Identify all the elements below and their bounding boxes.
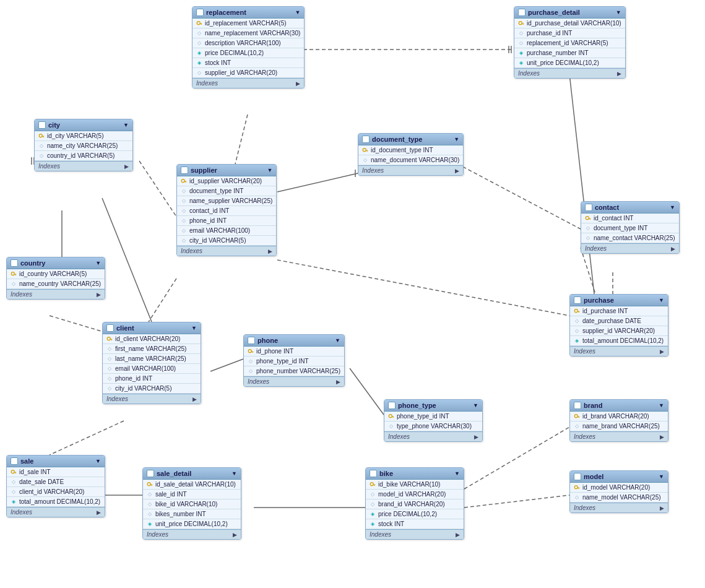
- indexes-row-phone_type[interactable]: Indexes ▶: [384, 431, 482, 441]
- indexes-row-sale[interactable]: Indexes ▶: [7, 507, 105, 517]
- table-chevron-phone_type[interactable]: ▼: [473, 402, 478, 409]
- svg-rect-30: [523, 24, 524, 24]
- table-row-phone_type-0: phone_type_id INT: [384, 412, 482, 422]
- table-header-phone_type[interactable]: phone_type ▼: [384, 400, 482, 412]
- table-header-model[interactable]: model ▼: [570, 471, 668, 483]
- table-chevron-city[interactable]: ▼: [123, 122, 129, 128]
- indexes-row-client[interactable]: Indexes ▶: [103, 394, 201, 404]
- table-header-bike[interactable]: bike ▼: [366, 468, 464, 480]
- indexes-row-purchase_detail[interactable]: Indexes ▶: [514, 68, 625, 78]
- table-row-phone-1: ◇ phone_type_id INT: [244, 357, 344, 366]
- table-row-supplier-3: ◇ contact_id INT: [177, 206, 276, 216]
- table-chevron-document_type[interactable]: ▼: [454, 136, 459, 142]
- table-chevron-client[interactable]: ▼: [191, 325, 197, 331]
- field-text-purchase-3: total_amount DECIMAL(10,2): [582, 337, 664, 344]
- table-icon-purchase_detail: [518, 9, 526, 16]
- indexes-row-purchase[interactable]: Indexes ▶: [570, 346, 668, 356]
- pk-icon: [248, 348, 254, 355]
- svg-rect-29: [522, 23, 524, 24]
- table-chevron-model[interactable]: ▼: [659, 473, 664, 480]
- field-text-phone_type-1: type_phone VARCHAR(30): [397, 423, 472, 430]
- field-text-bike-0: id_bike VARCHAR(10): [378, 481, 440, 488]
- indexes-row-phone[interactable]: Indexes ▶: [244, 376, 344, 386]
- field-text-contact-2: name_contact VARCHAR(25): [594, 235, 675, 241]
- table-name-client: client: [116, 324, 134, 332]
- table-header-purchase[interactable]: purchase ▼: [570, 295, 668, 306]
- indexes-row-sale_detail[interactable]: Indexes ▶: [143, 529, 241, 539]
- table-header-replacement[interactable]: replacement ▼: [192, 7, 304, 19]
- table-chevron-phone[interactable]: ▼: [335, 337, 340, 344]
- table-row-sale_detail-0: id_sale_detail VARCHAR(10): [143, 480, 241, 490]
- indexes-arrow-sale_detail: ▶: [233, 532, 237, 538]
- table-row-purchase_detail-1: ◇ purchase_id INT: [514, 28, 625, 38]
- table-header-contact[interactable]: contact ▼: [581, 202, 679, 214]
- teal-icon: ◈: [196, 60, 202, 66]
- indexes-row-document_type[interactable]: Indexes ▶: [358, 165, 463, 175]
- indexes-row-replacement[interactable]: Indexes ▶: [192, 78, 304, 88]
- table-chevron-replacement[interactable]: ▼: [295, 9, 300, 15]
- indexes-label-replacement: Indexes: [196, 80, 218, 87]
- indexes-row-supplier[interactable]: Indexes ▶: [177, 246, 276, 256]
- field-text-model-1: name_model VARCHAR(25): [582, 494, 661, 501]
- field-text-supplier-2: name_supplier VARCHAR(25): [189, 197, 272, 204]
- table-chevron-sale[interactable]: ▼: [95, 458, 101, 464]
- table-chevron-supplier[interactable]: ▼: [267, 167, 272, 173]
- table-supplier: supplier ▼ id_supplier VARCHAR(20) ◇ doc…: [176, 164, 277, 256]
- teal-icon: ◈: [370, 511, 376, 517]
- field-text-phone_type-0: phone_type_id INT: [397, 413, 449, 420]
- indexes-row-model[interactable]: Indexes ▶: [570, 503, 668, 512]
- table-header-brand[interactable]: brand ▼: [570, 400, 668, 412]
- fk-icon: ◇: [147, 501, 153, 508]
- svg-rect-72: [374, 485, 375, 485]
- indexes-label-phone_type: Indexes: [388, 433, 410, 440]
- table-name-bike: bike: [379, 470, 393, 477]
- table-chevron-purchase_detail[interactable]: ▼: [616, 9, 621, 15]
- table-row-brand-0: id_brand VARCHAR(20): [570, 412, 668, 422]
- svg-rect-63: [15, 472, 16, 473]
- table-icon-model: [574, 473, 581, 480]
- table-header-sale[interactable]: sale ▼: [7, 456, 105, 467]
- table-row-purchase_detail-0: id_purchase_detail VARCHAR(10): [514, 19, 625, 28]
- table-name-sale_detail: sale_detail: [157, 470, 191, 477]
- fk-icon: ◇: [181, 198, 187, 204]
- table-icon-supplier: [181, 166, 188, 174]
- table-row-purchase_detail-3: ◈ purchase_number INT: [514, 48, 625, 58]
- fk-icon: ◇: [248, 368, 254, 374]
- table-header-sale_detail[interactable]: sale_detail ▼: [143, 468, 241, 480]
- svg-rect-65: [577, 487, 579, 488]
- table-header-country[interactable]: country ▼: [7, 257, 105, 269]
- table-icon-city: [38, 121, 46, 129]
- table-chevron-brand[interactable]: ▼: [659, 402, 664, 409]
- fk-icon: ◇: [388, 423, 394, 430]
- table-header-client[interactable]: client ▼: [103, 322, 201, 334]
- pk-icon: [181, 178, 187, 184]
- table-header-supplier[interactable]: supplier ▼: [177, 165, 276, 176]
- teal-icon: ◈: [11, 499, 17, 505]
- pk-icon: [11, 469, 17, 475]
- indexes-row-contact[interactable]: Indexes ▶: [581, 243, 679, 253]
- table-header-city[interactable]: city ▼: [35, 119, 132, 131]
- fk-icon: ◇: [38, 143, 45, 149]
- indexes-row-city[interactable]: Indexes ▶: [35, 161, 132, 171]
- table-chevron-sale_detail[interactable]: ▼: [231, 470, 237, 477]
- fk-icon: ◇: [370, 491, 376, 498]
- field-text-client-2: last_name VARCHAR(25): [115, 355, 186, 362]
- table-header-phone[interactable]: phone ▼: [244, 335, 344, 347]
- table-row-country-0: id_country VARCHAR(5): [7, 269, 105, 279]
- table-header-purchase_detail[interactable]: purchase_detail ▼: [514, 7, 625, 19]
- table-chevron-bike[interactable]: ▼: [454, 470, 460, 477]
- indexes-label-country: Indexes: [11, 291, 32, 298]
- table-name-phone: phone: [257, 337, 278, 344]
- indexes-row-bike[interactable]: Indexes ▶: [366, 529, 464, 539]
- table-row-replacement-0: id_replacement VARCHAR(5): [192, 19, 304, 28]
- table-chevron-contact[interactable]: ▼: [670, 204, 675, 210]
- table-chevron-country[interactable]: ▼: [95, 260, 101, 266]
- indexes-row-brand[interactable]: Indexes ▶: [570, 431, 668, 441]
- table-header-document_type[interactable]: document_type ▼: [358, 134, 463, 145]
- table-chevron-purchase[interactable]: ▼: [659, 297, 664, 303]
- svg-rect-35: [366, 150, 368, 150]
- indexes-row-country[interactable]: Indexes ▶: [7, 289, 105, 299]
- fk-icon: ◇: [370, 501, 376, 508]
- indexes-arrow-contact: ▶: [671, 246, 675, 252]
- indexes-label-client: Indexes: [106, 396, 128, 402]
